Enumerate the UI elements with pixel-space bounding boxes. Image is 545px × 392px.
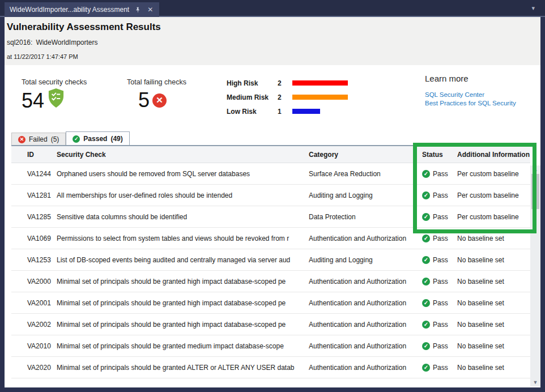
cell-category: Authentication and Authorization <box>309 342 422 350</box>
total-checks-value: 54 <box>22 88 65 113</box>
cell-security-check: Minimal set of principals should be gran… <box>57 364 309 372</box>
learn-more-link[interactable]: Best Practices for SQL Security <box>425 99 516 108</box>
cell-security-check: Minimal set of principals should be gran… <box>57 342 309 350</box>
cell-category: Authentication and Authorization <box>309 235 422 242</box>
status-text: Pass <box>433 213 448 221</box>
risk-row: High Risk2 <box>227 76 348 90</box>
cell-id: VA1281 <box>27 191 57 199</box>
scan-timestamp: at 11/22/2017 1:47:47 PM <box>7 53 78 60</box>
cell-category: Authentication and Authorization <box>309 299 422 307</box>
document-tab-title: WideWorldImporter...ability Assessment <box>10 6 129 14</box>
cell-category: Surface Area Reduction <box>309 170 422 178</box>
pass-check-icon: ✓ <box>422 299 430 307</box>
cell-additional-info: Per custom baseline <box>457 191 530 199</box>
cell-additional-info: No baseline set <box>457 321 530 329</box>
cell-status: ✓Pass <box>422 213 457 221</box>
cell-security-check: Permissions to select from system tables… <box>57 235 309 242</box>
cell-security-check: Sensitive data columns should be identif… <box>57 213 309 221</box>
failing-checks-label: Total failing checks <box>127 78 186 86</box>
cell-status: ✓Pass <box>422 299 457 307</box>
cell-category: Data Protection <box>309 213 422 221</box>
risk-bar <box>292 95 348 100</box>
tab-failed[interactable]: ✕ Failed (5) <box>11 133 66 146</box>
cell-security-check: Minimal set of principals should be gran… <box>57 299 309 307</box>
column-header-status[interactable]: Status <box>422 151 457 159</box>
table-row[interactable]: VA1244Orphaned users should be removed f… <box>11 163 530 185</box>
passed-check-icon: ✓ <box>73 135 80 143</box>
table-row[interactable]: VA1253List of DB-scoped events being aud… <box>11 249 530 271</box>
status-text: Pass <box>433 278 448 286</box>
cell-category: Auditing and Logging <box>309 191 422 199</box>
table-row[interactable]: VA1069Permissions to select from system … <box>11 228 530 249</box>
cell-additional-info: No baseline set <box>457 256 530 264</box>
results-panel: Vulnerability Assessment Results sql2016… <box>5 17 540 387</box>
table-body: VA1244Orphaned users should be removed f… <box>11 163 530 378</box>
risk-label: Low Risk <box>227 108 278 116</box>
window-dropdown-icon[interactable]: ▾ <box>531 5 535 12</box>
risk-row: Medium Risk2 <box>227 90 348 104</box>
cell-status: ✓Pass <box>422 278 457 286</box>
cell-id: VA2002 <box>27 321 57 329</box>
table-row[interactable]: VA2020Minimal set of principals should b… <box>11 357 530 378</box>
risk-bar <box>292 80 348 86</box>
scroll-up-icon[interactable]: ▲ <box>530 165 540 173</box>
risk-bar <box>292 109 320 114</box>
failed-x-icon: ✕ <box>18 136 25 143</box>
cell-category: Authentication and Authorization <box>309 278 422 286</box>
cell-additional-info: No baseline set <box>457 364 530 372</box>
cell-id: VA2001 <box>27 299 57 307</box>
shield-checklist-icon <box>47 88 65 113</box>
document-tab[interactable]: WideWorldImporter...ability Assessment ✕ <box>5 2 159 17</box>
cell-id: VA1253 <box>27 256 57 264</box>
scrollbar-thumb[interactable] <box>531 174 539 209</box>
pin-icon[interactable] <box>134 6 142 14</box>
cell-additional-info: No baseline set <box>457 299 530 307</box>
pass-check-icon: ✓ <box>422 170 430 178</box>
cell-id: VA2010 <box>27 342 57 350</box>
tab-passed-count: (49) <box>110 135 122 143</box>
cell-additional-info: No baseline set <box>457 235 530 242</box>
pass-check-icon: ✓ <box>422 256 430 264</box>
document-tab-bar: WideWorldImporter...ability Assessment ✕… <box>0 0 545 17</box>
column-header-category[interactable]: Category <box>309 151 422 159</box>
close-icon[interactable]: ✕ <box>146 6 154 14</box>
cell-status: ✓Pass <box>422 342 457 350</box>
table-row[interactable]: VA2000Minimal set of principals should b… <box>11 271 530 292</box>
column-header-info[interactable]: Additional Information <box>457 151 530 159</box>
table-row[interactable]: VA2001Minimal set of principals should b… <box>11 292 530 314</box>
pass-check-icon: ✓ <box>422 321 430 329</box>
table-row[interactable]: VA1281All memberships for user-defined r… <box>11 185 530 206</box>
cell-security-check: All memberships for user-defined roles s… <box>57 191 309 199</box>
total-checks-label: Total security checks <box>22 78 87 86</box>
cell-security-check: Minimal set of principals should be gran… <box>57 278 309 286</box>
column-header-id[interactable]: ID <box>27 151 57 159</box>
results-header: Vulnerability Assessment Results sql2016… <box>5 17 540 65</box>
cell-category: Auditing and Logging <box>309 256 422 264</box>
learn-more-links: SQL Security CenterBest Practices for SQ… <box>425 91 516 108</box>
cell-security-check: Minimal set of principals should be gran… <box>57 321 309 329</box>
status-text: Pass <box>433 256 448 264</box>
tab-passed[interactable]: ✓ Passed (49) <box>66 131 129 146</box>
cell-additional-info: No baseline set <box>457 342 530 350</box>
cell-category: Authentication and Authorization <box>309 321 422 329</box>
risk-count: 1 <box>278 108 292 116</box>
pass-check-icon: ✓ <box>422 213 430 221</box>
cell-id: VA2000 <box>27 278 57 286</box>
risk-label: Medium Risk <box>227 93 278 101</box>
table-row[interactable]: VA2002Minimal set of principals should b… <box>11 314 530 335</box>
column-header-check[interactable]: Security Check <box>57 151 309 159</box>
server-name: sql2016: <box>7 39 32 46</box>
status-text: Pass <box>433 235 448 242</box>
learn-more-link[interactable]: SQL Security Center <box>425 91 516 99</box>
table-row[interactable]: VA2010Minimal set of principals should b… <box>11 335 530 357</box>
cell-status: ✓Pass <box>422 191 457 199</box>
vertical-scrollbar[interactable]: ▲ ▼ <box>530 165 540 386</box>
cell-id: VA1069 <box>27 235 57 242</box>
cell-status: ✓Pass <box>422 364 457 372</box>
cell-status: ✓Pass <box>422 256 457 264</box>
database-name: WideWorldImporters <box>36 39 97 46</box>
scroll-down-icon[interactable]: ▼ <box>530 378 540 386</box>
table-row[interactable]: VA1285Sensitive data columns should be i… <box>11 206 530 228</box>
status-text: Pass <box>433 321 448 329</box>
cell-status: ✓Pass <box>422 170 457 178</box>
